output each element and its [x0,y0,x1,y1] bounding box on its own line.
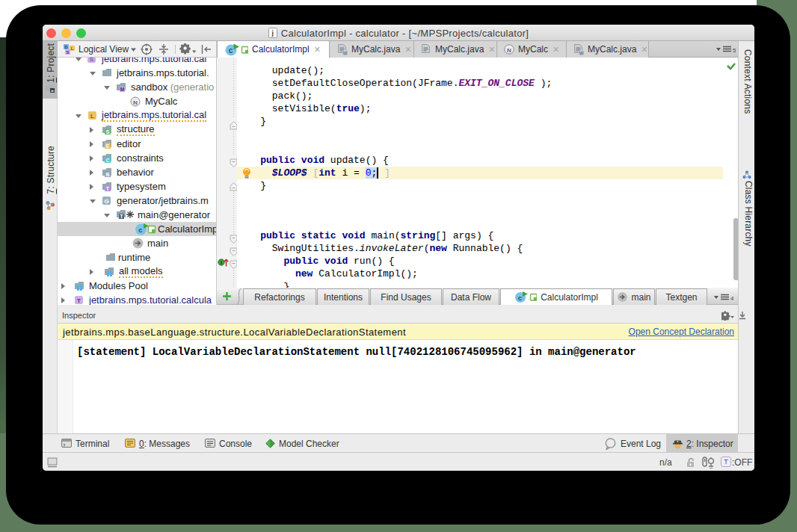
svg-text:B: B [105,172,109,177]
svg-text:S: S [90,58,93,63]
svg-text:5: 5 [733,47,736,54]
svg-text:T: T [120,214,123,219]
svg-text:T: T [106,186,110,191]
svg-text:L: L [71,46,74,51]
svg-text:T: T [77,297,81,304]
svg-text:c: c [138,226,142,234]
svg-text:c: c [518,294,522,302]
svg-text:L: L [90,113,94,120]
svg-text:C: C [105,158,109,163]
svg-text:j: j [271,29,274,37]
svg-text:4: 4 [730,295,733,302]
svg-text:c: c [229,46,233,55]
svg-text:G: G [104,198,108,205]
svg-text:N: N [507,47,511,54]
svg-text:M: M [120,87,124,92]
svg-text:D: D [64,45,68,49]
svg-text:N: N [133,99,138,106]
svg-text:S: S [106,129,110,134]
svg-text:E: E [106,143,110,149]
svg-text:I: I [221,259,222,266]
svg-text:S: S [66,50,69,55]
svg-text:Logical View: Logical View [79,44,129,55]
